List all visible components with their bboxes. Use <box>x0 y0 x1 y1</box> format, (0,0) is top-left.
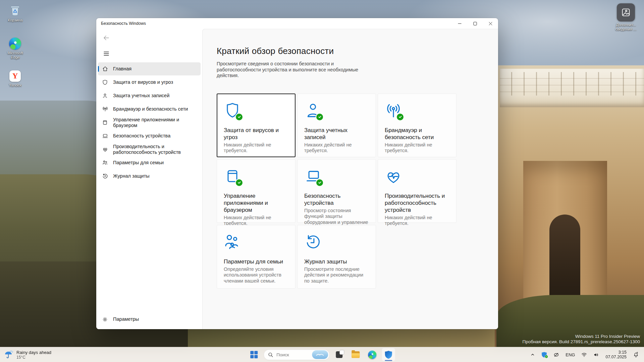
tray-security-shield-icon[interactable] <box>540 351 548 359</box>
sidebar-item-family-options[interactable]: Параметры для семьи <box>98 156 201 169</box>
yandex-icon: Y <box>9 70 21 82</box>
language-indicator[interactable]: ENG <box>565 351 576 358</box>
desktop-icon-recycle-bin[interactable]: Корзина <box>2 4 28 22</box>
history-icon <box>102 173 108 180</box>
network-icon <box>385 102 402 119</box>
apps-icon <box>224 168 241 185</box>
page-description: Просмотрите сведения о состоянии безопас… <box>217 61 362 79</box>
windows-security-button[interactable] <box>382 348 395 361</box>
minimize-button[interactable] <box>452 18 467 29</box>
page-title: Краткий обзор безопасности <box>217 46 498 56</box>
defender-shield-icon <box>384 350 392 359</box>
sidebar-item-firewall[interactable]: Брандмауэр и безопасность сети <box>98 103 201 116</box>
taskbar: Rainy days ahead 15°C <box>0 347 644 362</box>
main-content: Краткий обзор безопасности Просмотрите с… <box>202 29 498 329</box>
clock[interactable]: 3:15 07.07.2025 <box>604 349 628 361</box>
sidebar-item-protection-history[interactable]: Журнал защиты <box>98 170 201 183</box>
person-icon <box>304 102 322 119</box>
search-box[interactable] <box>264 350 329 360</box>
task-view-icon <box>336 351 342 358</box>
card-family-options[interactable]: Параметры для семьи Определяйте условия … <box>217 225 296 289</box>
weather-widget[interactable]: Rainy days ahead 15°C <box>0 347 56 362</box>
window-title: Безопасность Windows <box>101 21 146 26</box>
notification-bell-dnd-icon[interactable] <box>632 351 640 359</box>
family-icon <box>224 233 241 251</box>
card-title: Производительность и работоспособность у… <box>385 192 449 214</box>
sidebar-item-virus-protection[interactable]: Защита от вирусов и угроз <box>98 76 201 89</box>
file-explorer-icon <box>352 351 360 358</box>
card-protection-history[interactable]: Журнал защиты Просмотрите последние дейс… <box>297 225 376 289</box>
edge-button[interactable] <box>365 348 379 361</box>
windows-security-window: Безопасность Windows <box>96 18 498 329</box>
apps-icon <box>102 119 108 126</box>
card-title: Журнал защиты <box>304 258 369 265</box>
start-button[interactable] <box>247 348 261 361</box>
check-badge <box>235 113 243 121</box>
card-status: Никаких действий не требуется. <box>304 142 369 154</box>
card-status: Никаких действий не требуется. <box>224 142 288 154</box>
close-button[interactable] <box>483 18 498 29</box>
titlebar[interactable]: Безопасность Windows <box>96 18 498 29</box>
desktop-icon-info[interactable]: Дополнит...сведения ... <box>613 3 639 32</box>
umbrella-rain-icon <box>5 350 13 359</box>
card-firewall[interactable]: Брандмауэр и безопасность сети Никаких д… <box>378 94 457 157</box>
menu-button[interactable] <box>101 49 112 58</box>
wifi-icon[interactable] <box>580 351 588 358</box>
family-icon <box>102 160 108 166</box>
security-cards-grid: Защита от вирусов и угроз Никаких действ… <box>217 94 457 289</box>
desktop-icon-label: Дополнит...сведения ... <box>615 23 637 32</box>
card-status: Никаких действий не требуется. <box>385 142 449 154</box>
task-view-button[interactable] <box>332 348 346 361</box>
laptop-icon <box>102 133 108 139</box>
tray-eye-off-icon[interactable] <box>552 351 560 359</box>
windows-logo-icon <box>250 351 258 358</box>
watermark-line2: Пробная версия. Build 27891.rs_prereleas… <box>522 339 640 345</box>
sidebar-item-device-security[interactable]: Безопасность устройства <box>98 129 201 142</box>
clifftop-buildings <box>500 69 644 107</box>
card-account-protection[interactable]: Защита учетных записей Никаких действий … <box>297 94 376 157</box>
check-badge <box>316 113 324 121</box>
sidebar-item-settings[interactable]: Параметры <box>98 313 201 326</box>
card-app-browser-control[interactable]: Управление приложениями и браузером Ника… <box>217 159 296 223</box>
card-status: Никаких действий не требуется. <box>385 215 449 227</box>
check-badge <box>316 179 324 187</box>
volume-icon[interactable] <box>592 351 600 359</box>
search-icon <box>268 352 273 357</box>
search-input[interactable] <box>276 352 309 358</box>
sidebar-item-home[interactable]: Главная <box>98 62 201 75</box>
card-status: Определяйте условия использования устрой… <box>224 266 288 284</box>
desktop-icon-label: Корзина <box>8 18 22 22</box>
sidebar-item-account-protection[interactable]: Защита учетных записей <box>98 89 201 102</box>
tray-time: 3:15 <box>619 350 627 355</box>
health-icon <box>385 168 402 185</box>
selection-indicator <box>98 66 99 72</box>
card-title: Управление приложениями и браузером <box>224 192 288 214</box>
person-icon <box>102 93 108 99</box>
network-icon <box>102 106 108 113</box>
bing-daily-image[interactable] <box>312 350 328 359</box>
weather-title: Rainy days ahead <box>16 350 51 355</box>
recycle-bin-icon <box>9 4 21 17</box>
desktop-icon-label: Microsoft Edge <box>4 51 26 60</box>
sidebar: Главная Защита от вирусов и угроз Защита… <box>96 29 202 329</box>
taskbar-center <box>247 347 395 362</box>
card-device-health[interactable]: Производительность и работоспособность у… <box>378 159 457 223</box>
tray-chevron-up-icon[interactable] <box>529 351 536 358</box>
sidebar-item-app-browser-control[interactable]: Управление приложениями и браузером <box>98 116 201 129</box>
sidebar-item-device-health[interactable]: Производительность и работоспособность у… <box>98 143 201 156</box>
sidebar-nav: Главная Защита от вирусов и угроз Защита… <box>96 62 202 183</box>
desktop-icon-edge[interactable]: Microsoft Edge <box>2 38 28 60</box>
edge-icon <box>368 351 376 359</box>
file-explorer-button[interactable] <box>349 348 362 361</box>
maximize-button[interactable] <box>467 18 483 29</box>
card-device-security[interactable]: Безопасность устройства Просмотр состоян… <box>297 159 376 223</box>
desktop-icon-yandex[interactable]: Y Yandex <box>2 70 28 87</box>
card-title: Брандмауэр и безопасность сети <box>385 127 449 141</box>
edge-icon <box>9 38 21 50</box>
check-badge <box>396 113 404 121</box>
back-button[interactable] <box>101 34 112 42</box>
card-title: Защита от вирусов и угроз <box>224 127 288 141</box>
tray-date: 07.07.2025 <box>605 355 627 360</box>
check-badge <box>545 355 548 358</box>
card-virus-protection[interactable]: Защита от вирусов и угроз Никаких действ… <box>217 94 296 157</box>
